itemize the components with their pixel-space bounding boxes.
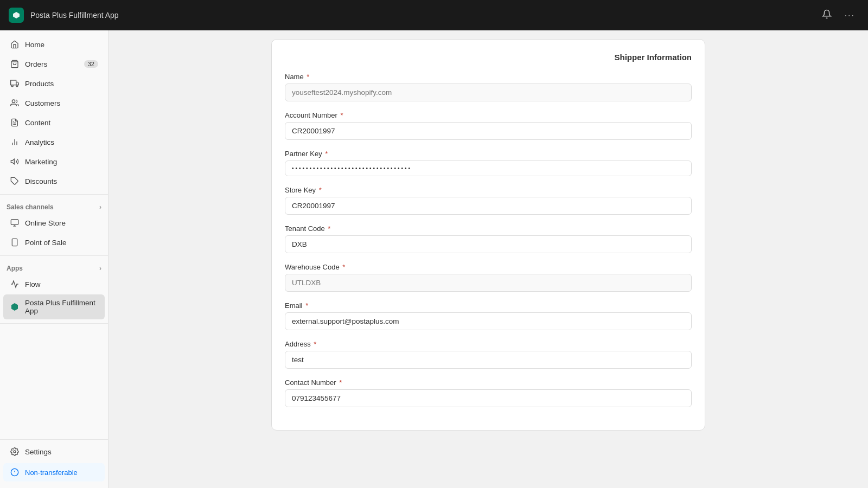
sales-channels-section[interactable]: Sales channels › xyxy=(0,198,108,213)
label-name: Name * xyxy=(285,73,692,81)
orders-icon xyxy=(10,59,20,69)
form-section-title: Shipper Information xyxy=(285,53,692,62)
pos-icon xyxy=(10,237,20,247)
sidebar-item-flow[interactable]: Flow xyxy=(3,275,105,293)
sales-channels-label: Sales channels xyxy=(7,203,54,211)
form-group-name: Name * xyxy=(285,73,692,101)
sidebar: Home Orders 32 Products Customers xyxy=(0,30,108,488)
form-group-partner-key: Partner Key * xyxy=(285,150,692,176)
main-layout: Home Orders 32 Products Customers xyxy=(0,30,868,488)
products-icon xyxy=(10,79,20,88)
label-warehouse-code: Warehouse Code * xyxy=(285,263,692,271)
sidebar-label-orders: Orders xyxy=(25,60,47,68)
svg-rect-13 xyxy=(11,220,18,224)
more-options-button[interactable]: ··· xyxy=(840,8,859,23)
input-name[interactable] xyxy=(285,84,692,101)
svg-point-4 xyxy=(16,85,18,87)
label-email: Email * xyxy=(285,301,692,310)
apps-label: Apps xyxy=(7,265,23,272)
label-store-key: Store Key * xyxy=(285,186,692,194)
content-icon xyxy=(10,118,20,127)
label-contact-number: Contact Number * xyxy=(285,378,692,387)
shipper-info-form: Shipper Information Name * Account Numbe… xyxy=(271,39,705,431)
app-title: Posta Plus Fulfillment App xyxy=(30,11,119,20)
svg-point-5 xyxy=(12,100,15,102)
online-store-icon xyxy=(10,218,20,228)
sidebar-item-posta-plus[interactable]: Posta Plus Fulfillment App xyxy=(3,294,105,319)
sidebar-item-home[interactable]: Home xyxy=(3,35,105,54)
sidebar-item-non-transferable[interactable]: Non-transferable xyxy=(3,463,105,481)
svg-point-3 xyxy=(11,85,13,87)
sidebar-item-orders[interactable]: Orders 32 xyxy=(3,55,105,73)
marketing-icon xyxy=(10,157,20,166)
sidebar-label-flow: Flow xyxy=(25,280,41,288)
sidebar-item-analytics[interactable]: Analytics xyxy=(3,133,105,151)
input-partner-key[interactable] xyxy=(285,160,692,176)
input-store-key[interactable] xyxy=(285,197,692,215)
top-bar-actions: ··· xyxy=(818,7,859,24)
input-contact-number[interactable] xyxy=(285,389,692,407)
sidebar-label-pos: Point of Sale xyxy=(25,239,67,247)
label-address: Address * xyxy=(285,340,692,348)
top-bar: Posta Plus Fulfillment App ··· xyxy=(0,0,868,30)
input-account-number[interactable] xyxy=(285,122,692,140)
form-group-contact-number: Contact Number * xyxy=(285,378,692,407)
apps-chevron-icon: › xyxy=(99,265,101,272)
sidebar-item-products[interactable]: Products xyxy=(3,74,105,93)
sidebar-bottom: Settings Non-transferable xyxy=(0,439,108,484)
sidebar-label-content: Content xyxy=(25,119,50,127)
non-transferable-icon xyxy=(10,467,20,477)
form-group-email: Email * xyxy=(285,301,692,330)
sidebar-item-marketing[interactable]: Marketing xyxy=(3,152,105,171)
input-tenant-code[interactable] xyxy=(285,235,692,253)
sidebar-divider-3 xyxy=(0,323,108,324)
form-group-tenant-code: Tenant Code * xyxy=(285,224,692,253)
posta-plus-icon xyxy=(10,302,20,312)
sidebar-label-products: Products xyxy=(25,80,54,88)
sidebar-label-home: Home xyxy=(25,41,44,49)
sidebar-label-marketing: Marketing xyxy=(25,158,57,166)
discounts-icon xyxy=(10,176,20,186)
notifications-button[interactable] xyxy=(818,7,836,24)
orders-badge: 32 xyxy=(84,60,98,68)
sidebar-item-customers[interactable]: Customers xyxy=(3,94,105,112)
svg-marker-11 xyxy=(11,159,14,164)
svg-rect-1 xyxy=(11,80,16,85)
sidebar-label-discounts: Discounts xyxy=(25,177,57,185)
input-warehouse-code[interactable] xyxy=(285,274,692,292)
sidebar-label-non-transferable: Non-transferable xyxy=(25,468,78,477)
sidebar-divider-1 xyxy=(0,194,108,195)
content-area: Shipper Information Name * Account Numbe… xyxy=(108,30,868,488)
label-tenant-code: Tenant Code * xyxy=(285,224,692,233)
settings-icon xyxy=(10,447,20,457)
flow-icon xyxy=(10,279,20,289)
apps-section[interactable]: Apps › xyxy=(0,259,108,274)
sidebar-item-online-store[interactable]: Online Store xyxy=(3,214,105,232)
customers-icon xyxy=(10,98,20,108)
sidebar-label-settings: Settings xyxy=(25,448,52,456)
sidebar-label-posta-plus: Posta Plus Fulfillment App xyxy=(25,299,98,315)
svg-marker-2 xyxy=(16,82,19,85)
form-group-store-key: Store Key * xyxy=(285,186,692,215)
input-email[interactable] xyxy=(285,312,692,330)
sidebar-item-pos[interactable]: Point of Sale xyxy=(3,233,105,252)
chevron-right-icon: › xyxy=(99,203,101,211)
form-group-account-number: Account Number * xyxy=(285,111,692,140)
app-logo xyxy=(9,8,24,23)
analytics-icon xyxy=(10,137,20,147)
sidebar-label-analytics: Analytics xyxy=(25,138,54,146)
sidebar-label-customers: Customers xyxy=(25,99,60,107)
input-address[interactable] xyxy=(285,351,692,369)
home-icon xyxy=(10,40,20,49)
sidebar-divider-2 xyxy=(0,255,108,256)
svg-point-18 xyxy=(14,451,16,453)
label-account-number: Account Number * xyxy=(285,111,692,119)
sidebar-item-discounts[interactable]: Discounts xyxy=(3,172,105,190)
sidebar-label-online-store: Online Store xyxy=(25,219,66,227)
sidebar-item-content[interactable]: Content xyxy=(3,113,105,132)
label-partner-key: Partner Key * xyxy=(285,150,692,158)
form-group-warehouse-code: Warehouse Code * xyxy=(285,263,692,292)
sidebar-item-settings[interactable]: Settings xyxy=(3,442,105,461)
form-group-address: Address * xyxy=(285,340,692,369)
